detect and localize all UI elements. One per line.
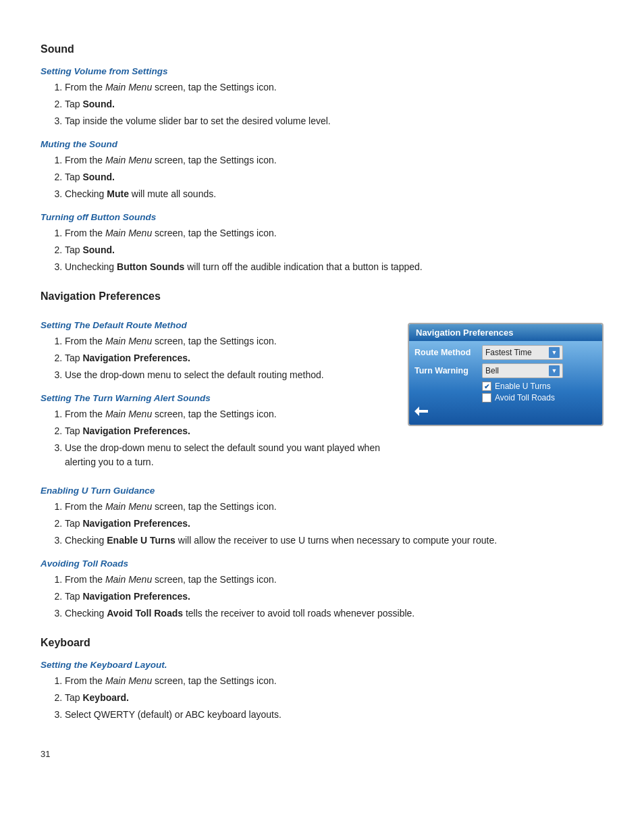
nav-prefs-text: Setting The Default Route Method From th… [41, 309, 387, 475]
nav-prefs-enabling-uturns: Enabling U Turn Guidance From the Main M… [41, 486, 603, 548]
list-item: Unchecking Button Sounds will turn off t… [65, 260, 603, 274]
back-icon[interactable] [414, 407, 428, 416]
list-item: Tap inside the volume slider bar to set … [65, 114, 603, 128]
nav-widget-route-value: Fastest Time [485, 348, 532, 357]
nav-prefs-default-route-steps: From the Main Menu screen, tap the Setti… [65, 334, 387, 382]
list-item: Checking Avoid Toll Roads tells the rece… [65, 606, 603, 621]
sound-setting-volume: Setting Volume from Settings From the Ma… [41, 66, 603, 128]
avoid-toll-label: Avoid Toll Roads [495, 393, 555, 402]
nav-widget-body: Route Method Fastest Time ▼ Turn Warning… [409, 341, 602, 425]
nav-prefs-enabling-uturns-title: Enabling U Turn Guidance [41, 486, 603, 496]
chevron-down-icon: ▼ [549, 365, 560, 376]
list-item: Use the drop-down menu to select the def… [65, 441, 387, 469]
list-item: From the Main Menu screen, tap the Setti… [65, 334, 387, 348]
list-item: Use the drop-down menu to select the def… [65, 368, 387, 382]
keyboard-layout: Setting the Keyboard Layout. From the Ma… [41, 660, 603, 722]
sound-heading: Sound [41, 43, 603, 55]
nav-prefs-heading: Navigation Preferences [41, 290, 603, 303]
list-item: From the Main Menu screen, tap the Setti… [65, 80, 603, 95]
nav-prefs-widget: Navigation Preferences Route Method Fast… [408, 323, 603, 426]
sound-setting-volume-title: Setting Volume from Settings [41, 66, 603, 76]
sound-button-sounds: Turning off Button Sounds From the Main … [41, 212, 603, 274]
nav-widget-turn-label: Turn Warning [414, 366, 482, 375]
nav-prefs-enabling-uturns-steps: From the Main Menu screen, tap the Setti… [65, 500, 603, 548]
keyboard-layout-steps: From the Main Menu screen, tap the Setti… [65, 674, 603, 722]
nav-prefs-avoiding-toll-title: Avoiding Toll Roads [41, 558, 603, 569]
enable-uturns-label: Enable U Turns [495, 382, 551, 391]
list-item: Select QWERTY (default) or ABC keyboard … [65, 708, 603, 722]
nav-widget-turn-row: Turn Warning Bell ▼ [414, 363, 597, 378]
avoid-toll-checkbox[interactable] [482, 393, 491, 402]
nav-prefs-turn-warning-title: Setting The Turn Warning Alert Sounds [41, 393, 387, 403]
sound-muting: Muting the Sound From the Main Menu scre… [41, 139, 603, 201]
sound-muting-steps: From the Main Menu screen, tap the Setti… [65, 153, 603, 201]
list-item: From the Main Menu screen, tap the Setti… [65, 407, 387, 421]
sound-setting-volume-steps: From the Main Menu screen, tap the Setti… [65, 80, 603, 128]
list-item: Tap Navigation Preferences. [65, 351, 387, 365]
nav-widget-header: Navigation Preferences [409, 324, 602, 341]
nav-widget-route-label: Route Method [414, 348, 482, 357]
list-item: Tap Sound. [65, 243, 603, 257]
sound-muting-title: Muting the Sound [41, 139, 603, 149]
nav-prefs-avoiding-toll: Avoiding Toll Roads From the Main Menu s… [41, 558, 603, 621]
nav-widget-avoid-toll-row: Avoid Toll Roads [482, 393, 597, 402]
nav-widget-route-row: Route Method Fastest Time ▼ [414, 345, 597, 360]
list-item: Tap Navigation Preferences. [65, 424, 387, 438]
nav-prefs-default-route: Setting The Default Route Method From th… [41, 320, 387, 382]
sound-button-sounds-title: Turning off Button Sounds [41, 212, 603, 222]
list-item: From the Main Menu screen, tap the Setti… [65, 226, 603, 240]
list-item: Tap Sound. [65, 170, 603, 184]
list-item: From the Main Menu screen, tap the Setti… [65, 674, 603, 688]
chevron-down-icon: ▼ [549, 347, 560, 358]
sound-button-sounds-steps: From the Main Menu screen, tap the Setti… [65, 226, 603, 274]
nav-widget-enable-uturns-row: ✔ Enable U Turns [482, 382, 597, 391]
list-item: From the Main Menu screen, tap the Setti… [65, 153, 603, 167]
nav-prefs-widget-container: Navigation Preferences Route Method Fast… [408, 323, 603, 426]
nav-prefs-avoiding-toll-steps: From the Main Menu screen, tap the Setti… [65, 573, 603, 621]
nav-prefs-section: Setting The Default Route Method From th… [41, 309, 603, 475]
nav-prefs-turn-warning-steps: From the Main Menu screen, tap the Setti… [65, 407, 387, 469]
nav-widget-back-row [414, 407, 597, 418]
list-item: From the Main Menu screen, tap the Setti… [65, 573, 603, 587]
nav-widget-turn-dropdown[interactable]: Bell ▼ [482, 363, 563, 378]
list-item: Tap Keyboard. [65, 691, 603, 705]
list-item: Checking Enable U Turns will allow the r… [65, 533, 603, 548]
nav-widget-turn-value: Bell [485, 366, 499, 375]
list-item: Tap Navigation Preferences. [65, 517, 603, 531]
enable-uturns-checkbox[interactable]: ✔ [482, 382, 491, 391]
keyboard-heading: Keyboard [41, 637, 603, 649]
nav-prefs-default-route-title: Setting The Default Route Method [41, 320, 387, 330]
list-item: From the Main Menu screen, tap the Setti… [65, 500, 603, 514]
list-item: Tap Navigation Preferences. [65, 590, 603, 604]
keyboard-layout-title: Setting the Keyboard Layout. [41, 660, 603, 670]
nav-prefs-turn-warning: Setting The Turn Warning Alert Sounds Fr… [41, 393, 387, 469]
nav-widget-route-dropdown[interactable]: Fastest Time ▼ [482, 345, 563, 360]
list-item: Checking Mute will mute all sounds. [65, 187, 603, 201]
list-item: Tap Sound. [65, 97, 603, 111]
page-number: 31 [41, 749, 603, 759]
